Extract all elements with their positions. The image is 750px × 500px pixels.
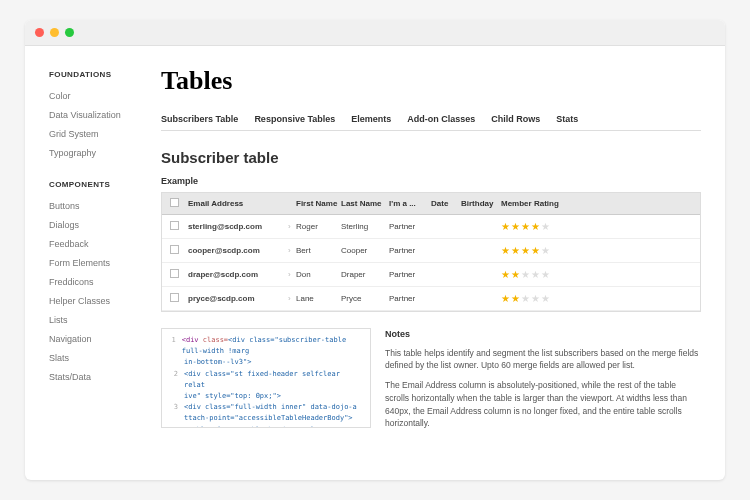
maximize-icon[interactable] xyxy=(65,28,74,37)
cell-im: Partner xyxy=(389,294,431,303)
checkbox-row[interactable] xyxy=(170,221,179,230)
sidebar-nav: FOUNDATIONS Color Data Visualization Gri… xyxy=(25,46,161,480)
sidebar-item-buttons[interactable]: Buttons xyxy=(49,201,161,211)
col-header[interactable]: First Name xyxy=(296,199,341,208)
col-header[interactable]: Birthday xyxy=(461,199,501,208)
col-header[interactable]: Email Address xyxy=(188,199,288,208)
tab-responsive[interactable]: Responsive Tables xyxy=(254,114,335,124)
sidebar-item-form[interactable]: Form Elements xyxy=(49,258,161,268)
table-row[interactable]: cooper@scdp.com › Bert Cooper Partner ★★… xyxy=(162,239,700,263)
section-title: Subscriber table xyxy=(161,149,701,166)
col-header[interactable]: I'm a ... xyxy=(389,199,431,208)
page-title: Tables xyxy=(161,66,701,96)
notes-heading: Notes xyxy=(385,328,701,342)
tab-elements[interactable]: Elements xyxy=(351,114,391,124)
divider-icon: › xyxy=(288,222,296,231)
divider-icon: › xyxy=(288,294,296,303)
cell-rating: ★★★★★ xyxy=(501,221,692,232)
cell-rating: ★★★★★ xyxy=(501,245,692,256)
cell-rating: ★★★★★ xyxy=(501,269,692,280)
tab-addon[interactable]: Add-on Classes xyxy=(407,114,475,124)
col-header[interactable]: Member Rating xyxy=(501,199,692,208)
notes-paragraph: This table helps identify and segment th… xyxy=(385,347,701,373)
sidebar-item-slats[interactable]: Slats xyxy=(49,353,161,363)
divider-icon: › xyxy=(288,270,296,279)
sidebar-item-freddicons[interactable]: Freddicons xyxy=(49,277,161,287)
checkbox-row[interactable] xyxy=(170,269,179,278)
checkbox-row[interactable] xyxy=(170,245,179,254)
sidebar-item-typography[interactable]: Typography xyxy=(49,148,161,158)
cell-rating: ★★★★★ xyxy=(501,293,692,304)
sidebar-heading: FOUNDATIONS xyxy=(49,70,161,79)
cell-email: cooper@scdp.com xyxy=(188,246,288,255)
cell-lastname: Draper xyxy=(341,270,389,279)
cell-lastname: Pryce xyxy=(341,294,389,303)
sidebar-item-dialogs[interactable]: Dialogs xyxy=(49,220,161,230)
table-row[interactable]: draper@scdp.com › Don Draper Partner ★★★… xyxy=(162,263,700,287)
divider-icon: › xyxy=(288,246,296,255)
sidebar-item-helper[interactable]: Helper Classes xyxy=(49,296,161,306)
main-content: Tables Subscribers Table Responsive Tabl… xyxy=(161,46,725,480)
content-area: FOUNDATIONS Color Data Visualization Gri… xyxy=(25,46,725,480)
tab-stats[interactable]: Stats xyxy=(556,114,578,124)
cell-email: draper@scdp.com xyxy=(188,270,288,279)
cell-firstname: Bert xyxy=(296,246,341,255)
tab-bar: Subscribers Table Responsive Tables Elem… xyxy=(161,114,701,131)
cell-email: pryce@scdp.com xyxy=(188,294,288,303)
sidebar-item-dataviz[interactable]: Data Visualization xyxy=(49,110,161,120)
col-header[interactable]: Date xyxy=(431,199,461,208)
browser-window: FOUNDATIONS Color Data Visualization Gri… xyxy=(25,20,725,480)
code-example: 1<div class=<div class="subscriber-table… xyxy=(161,328,371,428)
cell-firstname: Lane xyxy=(296,294,341,303)
cell-email: sterling@scdp.com xyxy=(188,222,288,231)
sidebar-item-lists[interactable]: Lists xyxy=(49,315,161,325)
cell-im: Partner xyxy=(389,246,431,255)
sidebar-heading: COMPONENTS xyxy=(49,180,161,189)
close-icon[interactable] xyxy=(35,28,44,37)
minimize-icon[interactable] xyxy=(50,28,59,37)
table-row[interactable]: sterling@scdp.com › Roger Sterling Partn… xyxy=(162,215,700,239)
table-row[interactable]: pryce@scdp.com › Lane Pryce Partner ★★★★… xyxy=(162,287,700,311)
cell-firstname: Don xyxy=(296,270,341,279)
table-header-row: Email Address First Name Last Name I'm a… xyxy=(162,193,700,215)
example-label: Example xyxy=(161,176,701,186)
cell-lastname: Sterling xyxy=(341,222,389,231)
cell-im: Partner xyxy=(389,222,431,231)
notes-section: Notes This table helps identify and segm… xyxy=(385,328,701,437)
sidebar-item-stats[interactable]: Stats/Data xyxy=(49,372,161,382)
sidebar-item-color[interactable]: Color xyxy=(49,91,161,101)
sidebar-item-navigation[interactable]: Navigation xyxy=(49,334,161,344)
subscriber-table: Email Address First Name Last Name I'm a… xyxy=(161,192,701,312)
tab-childrows[interactable]: Child Rows xyxy=(491,114,540,124)
sidebar-item-feedback[interactable]: Feedback xyxy=(49,239,161,249)
tab-subscribers[interactable]: Subscribers Table xyxy=(161,114,238,124)
cell-lastname: Cooper xyxy=(341,246,389,255)
cell-firstname: Roger xyxy=(296,222,341,231)
checkbox-all[interactable] xyxy=(170,198,179,207)
col-header[interactable]: Last Name xyxy=(341,199,389,208)
cell-im: Partner xyxy=(389,270,431,279)
checkbox-row[interactable] xyxy=(170,293,179,302)
notes-paragraph: The Email Address column is absolutely-p… xyxy=(385,379,701,430)
window-titlebar xyxy=(25,20,725,46)
sidebar-item-grid[interactable]: Grid System xyxy=(49,129,161,139)
